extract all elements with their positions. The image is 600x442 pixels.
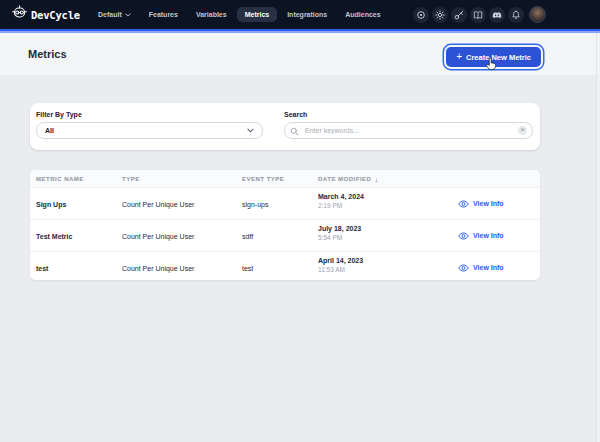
devcycle-robot-icon: [12, 5, 27, 24]
status-ring-button[interactable]: [413, 7, 429, 23]
nav-item-default[interactable]: Default: [90, 7, 139, 22]
column-header-date-modified[interactable]: DATE MODIFIED ↓: [318, 174, 379, 183]
page-title: Metrics: [28, 48, 67, 60]
plus-icon: +: [456, 52, 462, 62]
event-type: sdff: [242, 232, 253, 239]
brand-name: DevCycle: [31, 9, 80, 21]
discord-icon: [492, 10, 502, 20]
navbar-actions: [413, 6, 546, 23]
brand-logo[interactable]: DevCycle: [12, 5, 80, 24]
scrollbar[interactable]: [596, 33, 600, 442]
metric-name: Test Metric: [36, 232, 72, 239]
status-ring-icon: [416, 10, 426, 20]
user-avatar[interactable]: [529, 6, 546, 23]
metric-type: Count Per Unique User: [122, 264, 194, 271]
filter-card: Filter By Type All Search ×: [30, 103, 540, 150]
metrics-table: METRIC NAME TYPE EVENT TYPE DATE MODIFIE…: [30, 170, 540, 280]
table-row: test Count Per Unique User test April 14…: [30, 252, 540, 280]
filter-by-type-label: Filter By Type: [36, 111, 263, 118]
table-row: Test Metric Count Per Unique User sdff J…: [30, 220, 540, 252]
settings-gear-icon: [435, 10, 445, 20]
date-modified: March 4, 2024 2:19 PM: [318, 193, 364, 209]
api-keys-button[interactable]: [451, 7, 467, 23]
nav-item-integrations[interactable]: Integrations: [279, 7, 335, 22]
docs-book-icon: [473, 10, 483, 20]
view-info-link[interactable]: View Info: [458, 264, 504, 272]
type-filter-value: All: [45, 127, 54, 134]
create-new-metric-button[interactable]: + Create New Metric: [446, 47, 541, 67]
filter-by-type-field: Filter By Type All: [36, 111, 263, 139]
nav-item-metrics[interactable]: Metrics: [237, 7, 278, 22]
devcycle-metrics-page: DevCycle Default Features Variables Metr…: [0, 0, 600, 442]
time: 11:53 AM: [318, 266, 363, 273]
clear-search-button[interactable]: ×: [518, 126, 527, 135]
date-modified: July 18, 2023 5:54 PM: [318, 225, 361, 241]
chevron-down-icon: [247, 127, 254, 134]
date: April 14, 2023: [318, 257, 363, 264]
docs-button[interactable]: [470, 7, 486, 23]
view-info-label: View Info: [473, 232, 504, 239]
metric-name: Sign Ups: [36, 200, 66, 207]
metric-type: Count Per Unique User: [122, 232, 194, 239]
event-type: test: [242, 264, 253, 271]
nav-item-audiences[interactable]: Audiences: [337, 7, 388, 22]
date-modified: April 14, 2023 11:53 AM: [318, 257, 363, 273]
column-header-date-modified-label: DATE MODIFIED: [318, 176, 371, 182]
nav-item-default-label: Default: [98, 11, 122, 18]
eye-icon: [458, 232, 469, 240]
primary-nav: Default Features Variables Metrics Integ…: [90, 7, 389, 22]
metric-type: Count Per Unique User: [122, 200, 194, 207]
sort-descending-icon: ↓: [374, 174, 378, 183]
chevron-down-icon: [125, 11, 131, 18]
discord-button[interactable]: [489, 7, 505, 23]
table-row: Sign Ups Count Per Unique User sign-ups …: [30, 188, 540, 220]
search-box[interactable]: ×: [284, 122, 533, 139]
view-info-link[interactable]: View Info: [458, 200, 504, 208]
time: 5:54 PM: [318, 234, 361, 241]
date: March 4, 2024: [318, 193, 364, 200]
event-type: sign-ups: [242, 200, 268, 207]
nav-item-features[interactable]: Features: [141, 7, 186, 22]
key-icon: [454, 10, 464, 20]
notifications-button[interactable]: [508, 7, 524, 23]
create-new-metric-label: Create New Metric: [466, 53, 531, 62]
eye-icon: [458, 264, 469, 272]
metric-name: test: [36, 264, 48, 271]
view-info-link[interactable]: View Info: [458, 232, 504, 240]
column-header-type[interactable]: TYPE: [122, 176, 140, 182]
search-field: Search ×: [284, 111, 533, 139]
time: 2:19 PM: [318, 202, 364, 209]
view-info-label: View Info: [473, 264, 504, 271]
search-icon: [290, 122, 299, 140]
search-input[interactable]: [303, 126, 514, 135]
column-header-metric-name[interactable]: METRIC NAME: [36, 176, 84, 182]
eye-icon: [458, 200, 469, 208]
settings-button[interactable]: [432, 7, 448, 23]
column-header-event-type[interactable]: EVENT TYPE: [242, 176, 284, 182]
date: July 18, 2023: [318, 225, 361, 232]
nav-item-variables[interactable]: Variables: [188, 7, 235, 22]
type-filter-select[interactable]: All: [36, 122, 263, 139]
view-info-label: View Info: [473, 200, 504, 207]
search-label: Search: [284, 111, 533, 118]
notifications-bell-icon: [511, 10, 521, 20]
top-navbar: DevCycle Default Features Variables Metr…: [0, 0, 600, 29]
table-header-row: METRIC NAME TYPE EVENT TYPE DATE MODIFIE…: [30, 170, 540, 188]
